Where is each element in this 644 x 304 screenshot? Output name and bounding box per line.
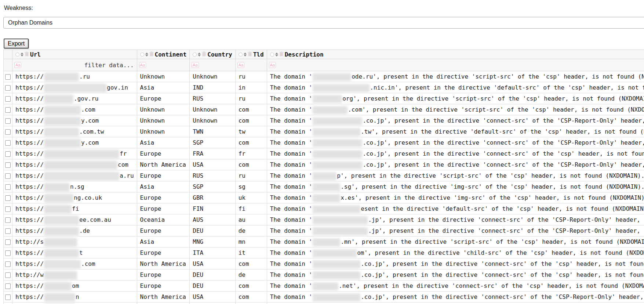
country-cell: Unknown	[190, 115, 235, 126]
row-checkbox[interactable]	[5, 206, 11, 212]
table-row: https://y.comAsiaSGPcomThe domain '.co.j…	[4, 137, 644, 148]
table-row: http://sAsiaMNGmnThe domain '.mn', prese…	[4, 236, 644, 247]
tld-cell: de	[235, 225, 267, 236]
url-cell: http://w	[12, 269, 137, 281]
filter-toggle-circle-icon[interactable]	[15, 53, 19, 57]
redacted-blur	[44, 139, 81, 148]
column-header-label: Continent	[155, 51, 187, 58]
filter-toggle-circle-icon[interactable]	[193, 53, 197, 57]
weakness-select-value: Orphan Domains	[8, 19, 52, 26]
column-header-content: Country	[193, 51, 232, 58]
table-row: https://comNorth AmericaUSAcomThe domain…	[4, 159, 644, 170]
redacted-blur	[44, 249, 79, 258]
filter-cell-country[interactable]: Aa	[190, 59, 235, 71]
row-checkbox[interactable]	[5, 85, 11, 91]
table-row: https://.deEuropeDEUdeThe domain '.jp', …	[4, 225, 644, 236]
sort-icon[interactable]	[198, 53, 201, 57]
tld-cell: fi	[235, 203, 267, 214]
tld-cell: com	[235, 258, 267, 269]
filter-toggle-circle-icon[interactable]	[239, 53, 243, 57]
continent-cell: Europe	[137, 148, 190, 159]
filter-toggle-circle-icon[interactable]	[270, 53, 274, 57]
column-header-content: Url	[15, 51, 134, 58]
redacted-blur	[313, 150, 362, 158]
filter-case-badge[interactable]: Aa	[269, 62, 276, 68]
row-checkbox[interactable]	[5, 74, 11, 80]
continent-cell: Europe	[137, 225, 190, 236]
continent-cell: Asia	[137, 137, 190, 148]
row-checkbox[interactable]	[5, 107, 11, 113]
tld-cell: com	[235, 137, 267, 148]
filter-cell-url[interactable]: Aafilter data...	[12, 59, 137, 71]
filter-case-badge[interactable]: Aa	[139, 62, 146, 68]
row-checkbox[interactable]	[5, 162, 11, 168]
row-checkbox[interactable]	[5, 140, 11, 146]
description-cell: The domain '.co.jp', present in the dire…	[267, 269, 644, 281]
sort-icon[interactable]	[244, 53, 247, 57]
tld-cell: it	[235, 247, 267, 258]
row-checkbox[interactable]	[5, 228, 11, 234]
country-cell: ITA	[190, 247, 235, 258]
row-checkbox-cell	[4, 292, 12, 303]
row-checkbox[interactable]	[5, 250, 11, 256]
continent-cell: Europe	[137, 281, 190, 292]
row-checkbox[interactable]	[5, 283, 11, 289]
filter-case-badge[interactable]: Aa	[192, 62, 199, 68]
redacted-blur	[313, 73, 351, 81]
redacted-blur	[313, 216, 368, 224]
export-button[interactable]: Export	[4, 39, 29, 48]
redacted-blur	[313, 95, 342, 103]
url-cell: https://.ru	[12, 71, 137, 82]
filter-case-badge[interactable]: Aa	[237, 62, 244, 68]
row-checkbox-cell	[4, 104, 12, 115]
trash-icon[interactable]	[149, 51, 154, 58]
sort-icon[interactable]	[145, 53, 148, 57]
filter-toggle-circle-icon[interactable]	[140, 53, 144, 57]
country-cell: TWN	[190, 126, 235, 137]
row-checkbox[interactable]	[5, 129, 11, 135]
weakness-select[interactable]: Orphan Domains	[3, 17, 644, 29]
filter-cell-continent[interactable]: Aa	[137, 59, 190, 71]
row-checkbox-cell	[4, 148, 12, 159]
description-cell: The domain '.co.jp', present in the dire…	[267, 292, 644, 303]
filter-case-badge[interactable]: Aa	[14, 62, 21, 68]
trash-icon[interactable]	[248, 51, 252, 58]
filter-cell-tld[interactable]: Aa	[235, 59, 267, 71]
row-checkbox[interactable]	[5, 294, 11, 300]
tld-cell: ru	[235, 170, 267, 181]
row-checkbox[interactable]	[5, 261, 11, 267]
column-header-content: Description	[270, 51, 644, 58]
sort-icon[interactable]	[275, 53, 278, 57]
row-checkbox[interactable]	[5, 118, 11, 124]
sort-icon[interactable]	[21, 53, 23, 57]
tld-cell: fr	[235, 148, 267, 159]
continent-cell: Asia	[137, 82, 190, 93]
url-cell: https://.com	[12, 104, 137, 115]
redacted-blur	[313, 205, 360, 213]
redacted-blur	[313, 249, 357, 257]
row-checkbox[interactable]	[5, 96, 11, 102]
table-row: https://.comUnknownUnknowncomThe domain …	[4, 104, 644, 115]
redacted-blur	[313, 117, 362, 125]
row-checkbox[interactable]	[5, 151, 11, 157]
redacted-blur	[44, 106, 81, 115]
continent-cell: Oceania	[137, 214, 190, 225]
redacted-blur	[313, 282, 338, 290]
trash-icon[interactable]	[279, 51, 284, 58]
trash-icon[interactable]	[25, 51, 29, 58]
description-cell: The domain '.jp', present in the directi…	[267, 225, 644, 236]
redacted-blur	[313, 260, 360, 268]
row-checkbox[interactable]	[5, 173, 11, 179]
row-checkbox[interactable]	[5, 217, 11, 223]
trash-icon[interactable]	[202, 51, 206, 58]
row-checkbox[interactable]	[5, 239, 11, 245]
row-checkbox[interactable]	[5, 272, 11, 278]
filter-cell-description[interactable]: Aa	[267, 59, 644, 71]
row-checkbox[interactable]	[5, 195, 11, 201]
tld-cell: de	[235, 269, 267, 281]
url-cell: https://t	[12, 247, 137, 258]
filter-input-placeholder[interactable]: filter data...	[15, 62, 134, 69]
tld-cell: au	[235, 214, 267, 225]
row-checkbox[interactable]	[5, 184, 11, 190]
table-row: https://.comNorth AmericaUSAcomThe domai…	[4, 258, 644, 269]
